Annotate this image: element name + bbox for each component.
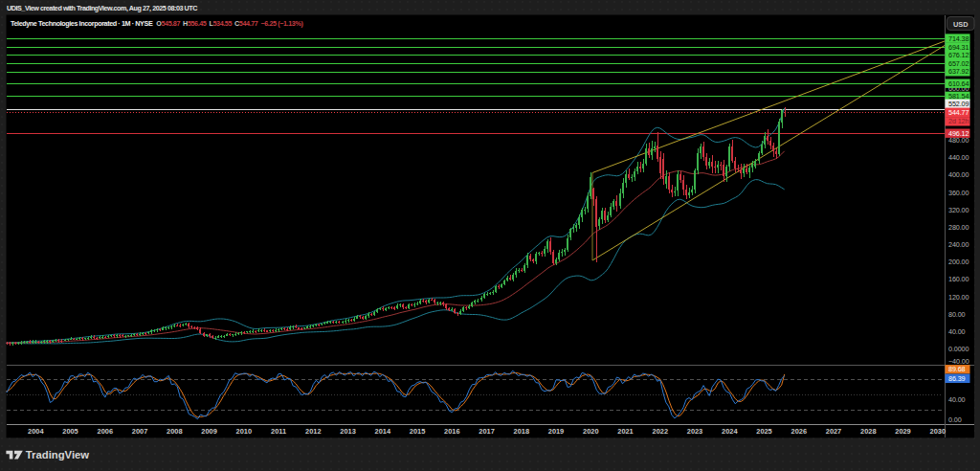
svg-text:2012: 2012 xyxy=(305,427,321,436)
svg-text:2008: 2008 xyxy=(167,427,182,436)
svg-text:2027: 2027 xyxy=(826,427,841,436)
svg-text:2d 12h: 2d 12h xyxy=(948,117,969,125)
svg-text:610.64: 610.64 xyxy=(948,79,969,88)
svg-text:2029: 2029 xyxy=(895,427,910,436)
svg-text:UDIS_View created with Trading: UDIS_View created with TradingView.com, … xyxy=(7,4,197,12)
svg-text:160.00: 160.00 xyxy=(948,275,969,283)
svg-text:2014: 2014 xyxy=(375,427,391,436)
svg-text:2021: 2021 xyxy=(617,427,633,436)
svg-text:240.00: 240.00 xyxy=(948,240,969,249)
svg-text:2009: 2009 xyxy=(201,427,216,436)
svg-text:637.92: 637.92 xyxy=(948,67,969,76)
svg-text:89.68: 89.68 xyxy=(948,365,966,373)
svg-text:2019: 2019 xyxy=(548,427,564,436)
svg-text:2026: 2026 xyxy=(791,427,807,436)
svg-text:86.39: 86.39 xyxy=(948,374,966,383)
svg-text:200.00: 200.00 xyxy=(948,258,969,266)
svg-text:0.0000: 0.0000 xyxy=(948,345,969,353)
svg-text:496.12: 496.12 xyxy=(948,129,969,138)
svg-text:80.00: 80.00 xyxy=(948,310,966,319)
svg-text:2016: 2016 xyxy=(444,427,459,436)
svg-text:714.38: 714.38 xyxy=(948,34,969,43)
svg-text:2023: 2023 xyxy=(687,427,702,436)
svg-text:552.09: 552.09 xyxy=(948,100,969,108)
svg-text:2028: 2028 xyxy=(860,427,876,436)
svg-text:2025: 2025 xyxy=(756,427,771,436)
svg-text:40.00: 40.00 xyxy=(948,327,966,336)
svg-text:2015: 2015 xyxy=(410,427,425,436)
svg-text:2030: 2030 xyxy=(930,427,946,436)
svg-text:2007: 2007 xyxy=(132,427,147,436)
svg-text:544.77: 544.77 xyxy=(948,108,969,117)
svg-text:40.00: 40.00 xyxy=(948,395,966,404)
svg-text:2013: 2013 xyxy=(340,427,355,436)
svg-text:320.00: 320.00 xyxy=(948,206,969,214)
svg-text:440.00: 440.00 xyxy=(948,153,969,162)
svg-text:2006: 2006 xyxy=(98,427,113,436)
svg-text:2024: 2024 xyxy=(722,427,738,436)
svg-text:TradingView: TradingView xyxy=(26,449,90,460)
svg-text:2020: 2020 xyxy=(583,427,598,436)
svg-text:676.12: 676.12 xyxy=(948,51,969,59)
svg-text:2010: 2010 xyxy=(236,427,252,436)
svg-text:2005: 2005 xyxy=(62,427,78,436)
svg-text:2011: 2011 xyxy=(271,427,286,436)
svg-text:400.00: 400.00 xyxy=(948,170,969,179)
svg-text:2017: 2017 xyxy=(479,427,494,436)
svg-text:2004: 2004 xyxy=(28,427,44,436)
svg-text:−40.00: −40.00 xyxy=(948,357,969,366)
svg-text:USD: USD xyxy=(953,20,969,29)
svg-text:360.00: 360.00 xyxy=(948,189,969,197)
svg-text:657.02: 657.02 xyxy=(948,59,969,68)
svg-text:2018: 2018 xyxy=(514,427,529,436)
svg-text:2022: 2022 xyxy=(653,427,668,436)
svg-text:280.00: 280.00 xyxy=(948,223,969,232)
svg-text:120.00: 120.00 xyxy=(948,293,969,302)
svg-text:0.00: 0.00 xyxy=(948,415,962,424)
